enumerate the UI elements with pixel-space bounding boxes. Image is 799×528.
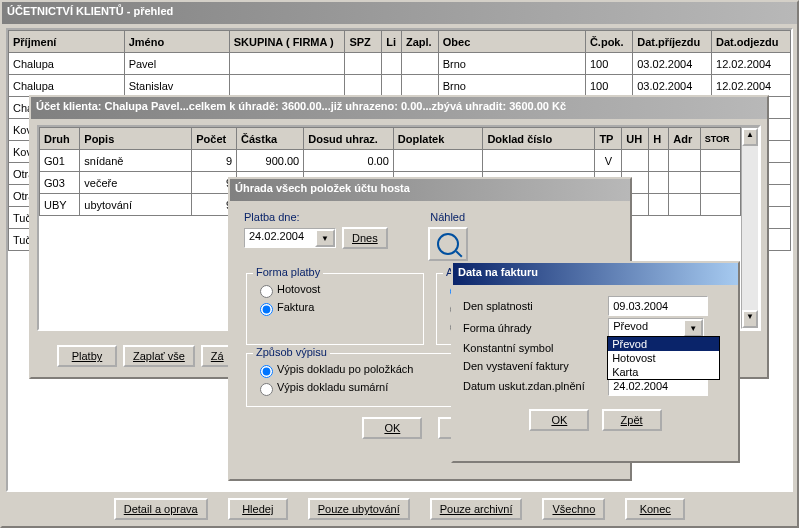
col-jmeno[interactable]: Jméno (124, 31, 229, 53)
den-splatnosti-label: Den splatnosti (463, 295, 607, 317)
cell[interactable]: Stanislav (124, 75, 229, 97)
zaplat-vse-button[interactable]: Zaplať vše (123, 345, 195, 367)
table-row[interactable]: ChalupaStanislavBrno10003.02.200412.02.2… (9, 75, 791, 97)
cell[interactable]: G03 (40, 172, 80, 194)
detail-button[interactable]: Detail a oprava (114, 498, 208, 520)
col-adr[interactable]: Adr (669, 128, 700, 150)
cell[interactable] (700, 150, 740, 172)
col-zapl[interactable]: Zapl. (401, 31, 438, 53)
col-dosud[interactable]: Dosud uhraz. (304, 128, 394, 150)
cell[interactable] (669, 194, 700, 216)
option-hotovost[interactable]: Hotovost (608, 351, 719, 365)
cell[interactable]: 100 (585, 53, 632, 75)
cell[interactable]: Brno (438, 53, 585, 75)
cell[interactable] (649, 172, 669, 194)
col-pocet[interactable]: Počet (192, 128, 237, 150)
cell[interactable]: 0.00 (304, 150, 394, 172)
col-druh[interactable]: Druh (40, 128, 80, 150)
invoice-ok-button[interactable]: OK (529, 409, 589, 431)
cell[interactable] (345, 75, 382, 97)
chevron-down-icon[interactable]: ▼ (315, 229, 335, 247)
cell[interactable]: G01 (40, 150, 80, 172)
col-popis[interactable]: Popis (80, 128, 192, 150)
scroll-down-icon[interactable]: ▼ (742, 310, 758, 328)
cell[interactable] (345, 53, 382, 75)
col-prijezd[interactable]: Dat.příjezdu (633, 31, 712, 53)
cell[interactable] (229, 53, 345, 75)
col-uh[interactable]: UH (622, 128, 649, 150)
pouze-archivni-button[interactable]: Pouze archivní (430, 498, 523, 520)
col-odjezd[interactable]: Dat.odjezdu (712, 31, 791, 53)
cell[interactable]: 900.00 (237, 150, 304, 172)
col-obec[interactable]: Obec (438, 31, 585, 53)
col-spz[interactable]: SPZ (345, 31, 382, 53)
col-h[interactable]: H (649, 128, 669, 150)
cell[interactable]: 03.02.2004 (633, 75, 712, 97)
cell[interactable]: večeře (80, 172, 192, 194)
cell[interactable] (649, 150, 669, 172)
cell[interactable] (622, 150, 649, 172)
forma-uhrady-dropdown[interactable]: Převod Hotovost Karta (607, 336, 720, 380)
cell[interactable]: Chalupa (9, 53, 125, 75)
cell[interactable] (393, 150, 483, 172)
dnes-button[interactable]: Dnes (342, 227, 388, 249)
cell[interactable]: Chalupa (9, 75, 125, 97)
nahled-label: Náhled (428, 211, 468, 223)
vypis-polozky-radio[interactable] (260, 365, 273, 378)
cell[interactable]: 100 (585, 75, 632, 97)
col-prijmeni[interactable]: Příjmení (9, 31, 125, 53)
vypis-sumarni-radio[interactable] (260, 383, 273, 396)
option-prevod[interactable]: Převod (608, 337, 719, 351)
cell[interactable]: 12.02.2004 (712, 53, 791, 75)
table-row[interactable]: G01snídaně9900.000.00V (40, 150, 741, 172)
cell[interactable]: ubytování (80, 194, 192, 216)
vsechno-button[interactable]: Všechno (542, 498, 605, 520)
cell[interactable] (700, 172, 740, 194)
cell[interactable]: 9 (192, 150, 237, 172)
cell[interactable]: 03.02.2004 (633, 53, 712, 75)
cell[interactable]: Brno (438, 75, 585, 97)
pay-ok-button[interactable]: OK (362, 417, 422, 439)
chevron-down-icon[interactable]: ▼ (683, 319, 703, 337)
platba-dne-field[interactable]: 24.02.2004 ▼ (244, 228, 336, 248)
hledej-button[interactable]: Hledej (228, 498, 288, 520)
col-stor[interactable]: STOR (700, 128, 740, 150)
cell[interactable] (382, 53, 402, 75)
preview-button[interactable] (428, 227, 468, 261)
col-skupina[interactable]: SKUPINA ( FIRMA ) (229, 31, 345, 53)
cell[interactable] (669, 150, 700, 172)
den-splatnosti-field[interactable] (608, 296, 708, 316)
cell[interactable] (700, 194, 740, 216)
col-doplatek[interactable]: Doplatek (393, 128, 483, 150)
option-karta[interactable]: Karta (608, 365, 719, 379)
col-doklad[interactable]: Doklad číslo (483, 128, 595, 150)
pouze-ubytovani-button[interactable]: Pouze ubytování (308, 498, 410, 520)
cell[interactable]: snídaně (80, 150, 192, 172)
faktura-radio[interactable] (260, 303, 273, 316)
cell[interactable]: 12.02.2004 (712, 75, 791, 97)
konec-button[interactable]: Konec (625, 498, 685, 520)
col-cpok[interactable]: Č.pok. (585, 31, 632, 53)
account-scrollbar[interactable]: ▲ ▼ (741, 127, 759, 329)
cell[interactable] (483, 150, 595, 172)
cell[interactable]: Pavel (124, 53, 229, 75)
cell[interactable] (401, 53, 438, 75)
cell[interactable] (669, 172, 700, 194)
invoice-zpet-button[interactable]: Zpět (602, 409, 662, 431)
cell[interactable] (649, 194, 669, 216)
cell[interactable]: V (595, 150, 622, 172)
scroll-up-icon[interactable]: ▲ (742, 128, 758, 146)
vypis-sumarni-label: Výpis dokladu sumární (277, 381, 388, 393)
forma-platby-legend: Forma platby (253, 266, 323, 278)
table-row[interactable]: ChalupaPavelBrno10003.02.200412.02.2004 (9, 53, 791, 75)
cell[interactable] (382, 75, 402, 97)
col-li[interactable]: Li (382, 31, 402, 53)
col-tp[interactable]: TP (595, 128, 622, 150)
cell[interactable]: UBY (40, 194, 80, 216)
cell[interactable] (401, 75, 438, 97)
platby-button[interactable]: Platby (57, 345, 117, 367)
hotovost-radio[interactable] (260, 285, 273, 298)
cell[interactable] (229, 75, 345, 97)
col-castka[interactable]: Částka (237, 128, 304, 150)
forma-uhrady-combo[interactable]: Převod ▼ (608, 318, 704, 338)
